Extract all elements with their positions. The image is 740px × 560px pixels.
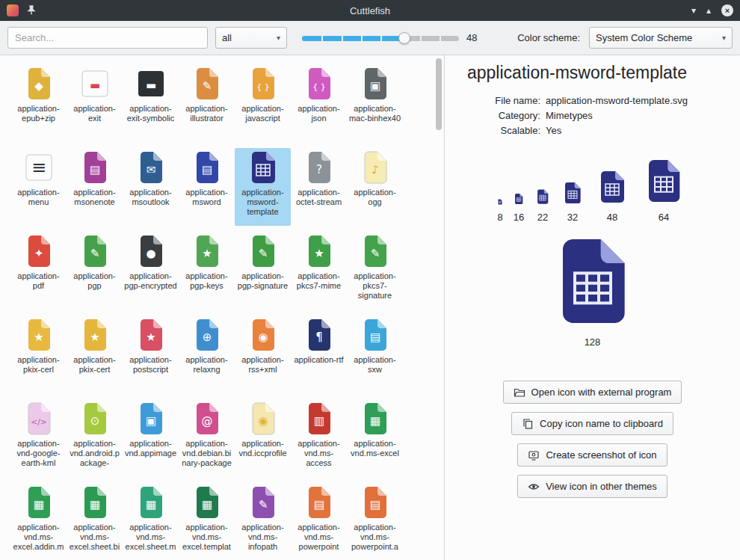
size-label: 64 — [640, 212, 688, 223]
icon-grid-item[interactable]: ●application-pgp-encrypted — [123, 232, 179, 310]
mimetype-icon: ♪ — [357, 150, 393, 185]
color-scheme-dropdown[interactable]: System Color Scheme ▾ — [589, 27, 733, 49]
icon-grid-item[interactable]: ♪application-ogg — [347, 148, 403, 226]
minimize-button[interactable]: ▾ — [691, 4, 696, 16]
button-label: View icon in other themes — [546, 481, 657, 492]
view-themes-button[interactable]: View icon in other themes — [517, 475, 667, 498]
icon-grid-item[interactable]: ✎application-pgp-signature — [235, 232, 291, 310]
icon-grid-item[interactable]: { }application-json — [291, 64, 347, 142]
icon-grid-item[interactable]: ?application-octet-stream — [291, 148, 347, 226]
icon-grid-item[interactable]: ★application-pgp-keys — [179, 232, 235, 310]
slider-handle[interactable] — [398, 32, 410, 44]
icon-grid-item[interactable]: ▦application-vnd.ms-excel.addin.m — [10, 483, 67, 560]
screenshot-button[interactable]: Create screenshot of icon — [517, 443, 667, 467]
icon-label: application-rtf — [292, 355, 345, 365]
icon-grid-item[interactable]: ▦application-vnd.ms-excel.sheet.m — [123, 483, 179, 560]
icon-grid-item[interactable]: ⊙application-vnd.android.package- — [67, 399, 123, 477]
icon-label: application-vnd.ms-access — [292, 439, 345, 468]
svg-text:▦: ▦ — [145, 498, 155, 511]
slider-tick — [321, 35, 323, 42]
icon-grid-item[interactable]: ✦application-pdf — [10, 232, 67, 310]
svg-text:★: ★ — [314, 247, 324, 260]
scrollbar[interactable] — [434, 55, 444, 560]
icon-grid-item[interactable]: ▬application-exit — [67, 64, 123, 142]
icon-grid-item[interactable]: ▤application-msonenote — [67, 148, 123, 226]
app-icon[interactable] — [7, 4, 19, 16]
svg-text:▤: ▤ — [201, 163, 212, 176]
icon-grid-item[interactable]: ▤application-vnd.ms-powerpoint.a — [347, 483, 403, 560]
mimetype-icon: ▥ — [301, 401, 337, 437]
icon-grid-item[interactable]: ▥application-vnd.ms-access — [291, 399, 347, 477]
icon-grid-item[interactable]: ¶application-rtf — [291, 316, 347, 393]
icon-label: application-pgp-signature — [236, 271, 289, 291]
svg-text:★: ★ — [202, 247, 212, 260]
icon-grid-item[interactable]: ▦application-vnd.ms-excel.templat — [179, 483, 235, 560]
icon-grid-item[interactable]: ◉application-rss+xml — [235, 316, 291, 393]
svg-text:▤: ▤ — [369, 498, 380, 511]
icon-label: application-vnd.android.package- — [68, 439, 121, 468]
icon-grid-item[interactable]: ▬application-exit-symbolic — [123, 64, 179, 142]
icon-label: application-msword-template — [236, 188, 289, 217]
icon-grid-item[interactable]: ◆application-epub+zip — [10, 64, 67, 142]
search-input[interactable] — [7, 27, 208, 49]
scrollbar-thumb[interactable] — [436, 58, 442, 130]
icon-grid-item[interactable]: ★application-pkcs7-mime — [291, 232, 347, 310]
icon-grid-item[interactable]: ★application-pkix-cerl — [10, 316, 67, 393]
icon-grid-item[interactable]: application-msword-template — [235, 148, 291, 226]
icon-grid-item[interactable]: { }application-javascript — [235, 64, 291, 142]
copy-name-button[interactable]: Copy icon name to clipboard — [511, 412, 673, 435]
slider-tick — [361, 35, 363, 42]
cuttlefish-window: Cuttlefish ▾ ▴ × all ▾ 48 Color scheme: … — [0, 0, 740, 560]
icon-grid-item[interactable]: ★application-pkix-cert — [67, 316, 123, 393]
icon-grid-item[interactable]: ▤application-sxw — [347, 316, 403, 393]
mimetype-icon: ✎ — [357, 233, 393, 269]
size-label: 22 — [534, 212, 551, 223]
field-label: File name: — [466, 95, 540, 106]
icon-grid-item[interactable]: </>application-vnd-google-earth-kml — [10, 399, 67, 477]
icon-grid-item[interactable]: ≡application-menu — [10, 148, 67, 226]
icon-grid-item[interactable]: ▣application-vnd.appimage — [123, 399, 179, 477]
icon-label: application-pgp — [68, 271, 121, 291]
icon-grid-item[interactable]: ▦application-vnd.ms-excel.sheet.bi — [67, 483, 123, 560]
icon-grid-item[interactable]: ▣application-mac-binhex40 — [347, 64, 403, 142]
icon-grid-item[interactable]: @application-vnd.debian.binary-package — [179, 399, 235, 477]
icon-grid-item[interactable]: ✎application-illustrator — [179, 64, 235, 142]
icon-size-slider[interactable] — [302, 31, 459, 45]
icon-grid-item[interactable]: ★application-postscript — [123, 316, 179, 393]
svg-text:◆: ◆ — [34, 79, 43, 93]
open-external-button[interactable]: Open icon with external program — [503, 381, 682, 404]
svg-text:≡: ≡ — [31, 157, 46, 178]
filter-dropdown[interactable]: all ▾ — [215, 27, 287, 49]
svg-text:◉: ◉ — [258, 414, 268, 428]
close-button[interactable]: × — [721, 4, 733, 16]
icon-grid-item[interactable]: ▤application-msword — [179, 148, 235, 226]
icon-grid-item[interactable]: ▦application-vnd.ms-excel — [347, 399, 403, 477]
mimetype-icon: ◉ — [245, 401, 281, 437]
icon-label: application-epub+zip — [12, 104, 65, 123]
field-label: Category: — [466, 110, 540, 121]
icon-label: application-javascript — [236, 104, 289, 123]
maximize-button[interactable]: ▴ — [706, 4, 711, 16]
icon-grid-item[interactable]: ✎application-vnd.ms-infopath — [235, 483, 291, 560]
icon-label: application-menu — [12, 188, 65, 207]
pin-icon[interactable] — [26, 5, 37, 16]
icon-label: application-vnd.iccprofile — [236, 439, 289, 458]
icon-grid-item[interactable]: ▤application-vnd.ms-powerpoint — [291, 483, 347, 560]
mimetype-icon: ★ — [77, 317, 113, 353]
icon-grid-item[interactable]: ✉application-msoutlook — [123, 148, 179, 226]
slider-tick — [420, 35, 422, 42]
icon-grid-item[interactable]: ◉application-vnd.iccprofile — [235, 399, 291, 477]
icon-label: application-vnd.ms-excel.sheet.m — [124, 523, 177, 552]
msword-template-icon — [245, 150, 281, 185]
button-label: Copy icon name to clipboard — [540, 418, 663, 429]
icon-grid-item[interactable]: ✎application-pkcs7-signature — [347, 232, 403, 310]
mimetype-icon: ★ — [189, 233, 225, 269]
icon-label: application-vnd.ms-excel.sheet.bi — [68, 523, 121, 552]
icon-grid-item[interactable]: ✎application-pgp — [67, 232, 123, 310]
icon-label: application-illustrator — [180, 104, 233, 123]
icon-grid-item[interactable]: ⊕application-relaxng — [179, 316, 235, 393]
size-preview: 16 — [513, 193, 525, 223]
svg-text:✎: ✎ — [90, 247, 99, 260]
mimetype-icon: ⊕ — [189, 317, 225, 353]
mimetype-icon: ● — [133, 233, 169, 269]
